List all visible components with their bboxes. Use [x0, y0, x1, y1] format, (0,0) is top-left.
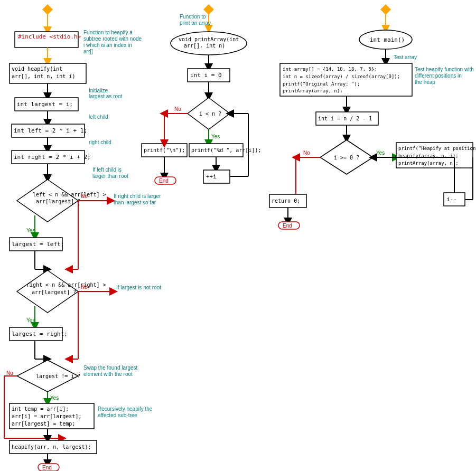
svg-text:Yes: Yes [26, 317, 35, 323]
svg-text:right < n && arr[right] >: right < n && arr[right] > [26, 282, 106, 288]
svg-text:printf("\n");: printf("\n"); [144, 147, 185, 153]
svg-text:Initialize: Initialize [89, 88, 108, 93]
svg-text:printf("Heapify at position %d: printf("Heapify at position %d: ", i); [398, 146, 476, 151]
svg-text:i < n ?: i < n ? [199, 111, 221, 117]
svg-marker-1 [42, 4, 53, 15]
svg-text:Function to heapify a: Function to heapify a [83, 30, 133, 35]
svg-text:int i = 0: int i = 0 [190, 72, 222, 79]
svg-text:subtree rooted with node: subtree rooted with node [83, 36, 142, 42]
svg-text:Yes: Yes [26, 228, 35, 233]
svg-text:Test heapify function with: Test heapify function with [415, 67, 474, 72]
svg-text:printf("%d ", arr[i]);: printf("%d ", arr[i]); [191, 147, 261, 153]
svg-text:int temp = arr[i];: int temp = arr[i]; [12, 406, 69, 412]
svg-text:No: No [81, 193, 88, 199]
svg-text:right child: right child [89, 139, 111, 145]
svg-text:Test array: Test array [394, 54, 417, 60]
svg-text:arr[], int n, int i): arr[], int n, int i) [12, 73, 75, 79]
svg-text:int array[] = {14, 10, 18, 7, : int array[] = {14, 10, 18, 7, 5}; [283, 67, 377, 72]
svg-text:arr[]: arr[] [83, 49, 93, 54]
svg-marker-112 [380, 4, 391, 15]
svg-text:int right = 2 * i + 2;: int right = 2 * i + 2; [14, 154, 91, 161]
svg-text:int n = sizeof(array) / sizeof: int n = sizeof(array) / sizeof(array[0])… [283, 74, 400, 79]
svg-text:Function to: Function to [180, 14, 206, 20]
svg-text:End: End [159, 178, 169, 184]
svg-text:arr[largest] ?: arr[largest] ? [32, 289, 76, 295]
svg-text:different positions in: different positions in [415, 73, 462, 79]
svg-text:int main(): int main() [370, 36, 405, 43]
svg-text:than largest so far: than largest so far [114, 200, 156, 205]
svg-text:i which is an index in: i which is an index in [83, 42, 132, 48]
flowchart-container: #include <stdio.h> Function to heapify a… [0, 0, 476, 471]
svg-text:Yes: Yes [50, 395, 59, 401]
svg-text:If right child is larger: If right child is larger [114, 193, 161, 199]
svg-text:No: No [303, 150, 310, 156]
svg-text:left < n && arr[left] >: left < n && arr[left] > [33, 192, 106, 197]
svg-text:left child: left child [89, 114, 108, 120]
svg-text:void heapify(int: void heapify(int [12, 66, 62, 72]
svg-text:Yes: Yes [211, 134, 220, 139]
svg-text:i--: i-- [446, 196, 457, 203]
svg-text:arr[i] = arr[largest];: arr[i] = arr[largest]; [12, 413, 81, 419]
svg-marker-81 [203, 4, 214, 15]
svg-text:#include <stdio.h>: #include <stdio.h> [18, 33, 81, 40]
svg-text:arr[largest] = temp;: arr[largest] = temp; [12, 421, 75, 427]
svg-text:int largest = i;: int largest = i; [17, 101, 73, 108]
svg-text:++i: ++i [206, 173, 217, 180]
svg-text:int i = n / 2 - 1: int i = n / 2 - 1 [318, 116, 372, 121]
svg-text:End: End [283, 223, 292, 229]
svg-text:return 0;: return 0; [272, 198, 300, 204]
svg-text:largest != i ?: largest != i ? [36, 373, 80, 379]
svg-text:If largest is not root: If largest is not root [116, 285, 161, 290]
svg-text:largest = left;: largest = left; [12, 241, 64, 248]
svg-text:printArray(array, n);: printArray(array, n); [398, 161, 459, 166]
flowchart-svg: #include <stdio.h> Function to heapify a… [0, 0, 476, 471]
svg-text:No: No [174, 106, 181, 112]
svg-text:larger than root: larger than root [92, 173, 128, 179]
svg-text:heapify(arr, n, largest);: heapify(arr, n, largest); [12, 444, 91, 450]
svg-text:print an array: print an array [180, 20, 211, 26]
svg-text:affected sub-tree: affected sub-tree [98, 412, 137, 418]
svg-text:End: End [42, 465, 52, 470]
svg-text:element with the root: element with the root [83, 371, 133, 377]
svg-text:largest = right;: largest = right; [12, 331, 68, 337]
svg-text:printArray(array, n);: printArray(array, n); [283, 88, 343, 93]
svg-text:Swap the found largest: Swap the found largest [83, 365, 138, 371]
svg-text:printf("Original Array: ");: printf("Original Array: "); [283, 81, 360, 87]
svg-text:i >= 0 ?: i >= 0 ? [334, 155, 359, 161]
svg-text:int left = 2 * i + 1;: int left = 2 * i + 1; [14, 127, 87, 134]
svg-text:the heap: the heap [415, 79, 435, 85]
svg-text:No: No [6, 370, 13, 376]
svg-text:arr[], int n): arr[], int n) [184, 43, 225, 49]
svg-text:arr[largest] ?: arr[largest] ? [36, 199, 80, 204]
svg-text:largest as root: largest as root [89, 93, 123, 99]
svg-text:No: No [81, 284, 88, 290]
svg-text:Recursively heapify the: Recursively heapify the [98, 406, 153, 412]
svg-text:Yes: Yes [376, 150, 385, 156]
svg-text:If left child is: If left child is [92, 167, 122, 173]
svg-text:void printArray(int: void printArray(int [179, 36, 239, 42]
